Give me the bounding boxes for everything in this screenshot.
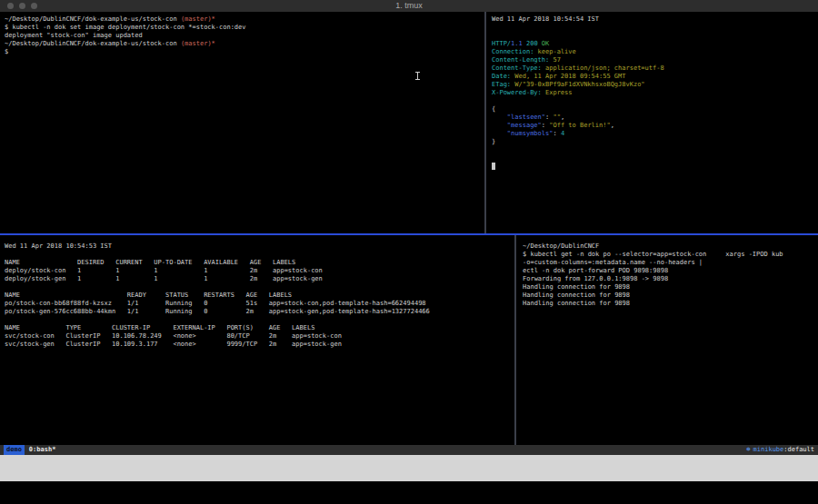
terminal-line: ectl -n dok port-forward POD 9898:9898 <box>523 267 818 275</box>
terminal-line: "lastseen": "", <box>492 114 818 122</box>
text-segment: 1.1 <box>511 40 523 47</box>
pane-kubectl-resources[interactable]: Wed 11 Apr 2018 10:54:53 ISTNAME DESIRED… <box>0 235 519 452</box>
text-segment: Express <box>542 89 573 96</box>
text-segment: deploy/stock-gen 1 1 1 1 2m app=stock-ge… <box>5 275 323 282</box>
terminal-line: Handling connection for 9898 <box>523 292 818 300</box>
text-segment: W/"39-0xBPf9aF1dXVNkhsxoBQgJ8vKzo" <box>511 81 645 88</box>
kube-namespace-label: :default <box>783 445 814 455</box>
terminal-line: "message": "Off to Berlin!", <box>492 122 818 130</box>
mouse-cursor-icon <box>417 72 418 80</box>
pane-http-response[interactable]: Wed 11 Apr 2018 10:54:54 ISTHTTP/1.1 200… <box>488 12 818 237</box>
status-right: ☸ minikube:default <box>746 445 814 455</box>
terminal-line <box>492 97 818 105</box>
terminal-line: svc/stock-gen ClusterIP 10.109.3.177 <no… <box>5 341 519 349</box>
text-segment: OK <box>538 40 550 47</box>
terminal-line <box>5 251 519 259</box>
terminal-line <box>5 283 519 292</box>
terminal-line <box>492 163 818 171</box>
terminal-line: Connection: keep-alive <box>492 48 818 56</box>
text-segment: HTTP/ <box>492 40 511 47</box>
terminal-line: ~/Desktop/DublinCNCF/dok-example-us/stoc… <box>5 40 489 48</box>
terminal-line: NAME DESIRED CURRENT UP-TO-DATE AVAILABL… <box>5 259 519 267</box>
text-segment: keep-alive <box>534 48 575 55</box>
terminal-line <box>492 32 818 40</box>
text-segment: Handling connection for 9898 <box>523 283 630 291</box>
text-segment: Date: <box>492 73 511 80</box>
terminal-line: deployment "stock-con" image updated <box>5 32 489 40</box>
text-segment <box>492 130 507 137</box>
text-segment: ectl -n dok port-forward POD 9898:9898 <box>523 267 668 274</box>
text-segment: Handling connection for 9898 <box>523 292 630 299</box>
terminal-line: Handling connection for 9898 <box>523 283 818 292</box>
text-segment: Content-Type: <box>492 64 542 72</box>
terminal-line: $ kubectl -n dok set image deployment/st… <box>5 24 489 32</box>
terminal-line: $ <box>5 48 489 56</box>
text-segment: (master)* <box>181 40 215 47</box>
terminal-line: svc/stock-con ClusterIP 10.106.78.249 <n… <box>5 332 519 341</box>
terminal-line: po/stock-gen-576cc688bb-44kmn 1/1 Runnin… <box>5 308 519 316</box>
terminal-line: "numsymbols": 4 <box>492 130 818 138</box>
status-left: demo 0:bash* <box>4 445 55 455</box>
text-segment: 57 <box>549 56 561 64</box>
text-segment: $ <box>5 48 8 55</box>
terminal-window: 1. tmux ~/Desktop/DublinCNCF/dok-example… <box>0 0 818 455</box>
pane-shell-set-image[interactable]: ~/Desktop/DublinCNCF/dok-example-us/stoc… <box>0 12 489 237</box>
desktop-strip <box>0 455 818 481</box>
text-segment: NAME DESIRED CURRENT UP-TO-DATE AVAILABL… <box>5 259 295 266</box>
terminal-line: HTTP/1.1 200 OK <box>492 40 818 48</box>
tmux-status-bar: demo 0:bash* ☸ minikube:default <box>0 445 818 455</box>
text-segment: X-Powered-By: <box>492 89 542 96</box>
text-segment: po/stock-con-bb68f88fd-kzsxz 1/1 Running… <box>5 300 426 307</box>
text-segment <box>492 122 507 129</box>
pane-divider-vertical-top[interactable] <box>484 12 486 233</box>
text-segment: ETag: <box>492 81 511 88</box>
text-segment: (master)* <box>181 15 215 23</box>
text-segment: "message" <box>507 122 542 129</box>
terminal-line: Wed 11 Apr 2018 10:54:54 IST <box>492 15 818 24</box>
text-segment: NAME READY STATUS RESTARTS AGE LABELS <box>5 292 292 299</box>
text-segment: 200 <box>526 40 538 47</box>
text-segment: "lastseen" <box>507 114 545 121</box>
terminal-cursor <box>492 163 495 170</box>
text-segment: $ kubectl get -n dok po --selector=app=s… <box>523 251 783 258</box>
text-segment: application/json; charset=utf-8 <box>542 64 664 72</box>
terminal-line: -o=custom-columns=:metadata.name --no-he… <box>523 259 818 267</box>
terminal-line: deploy/stock-gen 1 1 1 1 2m app=stock-ge… <box>5 275 519 283</box>
window-title: 1. tmux <box>0 0 818 12</box>
kubernetes-icon: ☸ <box>746 445 750 455</box>
terminal-line: X-Powered-By: Express <box>492 89 818 97</box>
text-segment: ~/Desktop/DublinCNCF/dok-example-us/stoc… <box>5 40 181 47</box>
terminal-line: NAME TYPE CLUSTER-IP EXTERNAL-IP PORT(S)… <box>5 324 519 332</box>
text-segment: Content-Length: <box>492 56 549 64</box>
pane-port-forward[interactable]: ~/Desktop/DublinCNCF$ kubectl get -n dok… <box>518 235 818 452</box>
terminal-line: ETag: W/"39-0xBPf9aF1dXVNkhsxoBQgJ8vKzo" <box>492 81 818 89</box>
terminal-line <box>492 154 818 163</box>
pane-divider-vertical-bottom[interactable] <box>514 235 516 445</box>
text-segment: 4 <box>561 130 564 137</box>
window-titlebar[interactable]: 1. tmux <box>0 0 818 13</box>
terminal-line: $ kubectl get -n dok po --selector=app=s… <box>523 251 818 259</box>
text-segment: "numsymbols" <box>507 130 554 137</box>
text-segment: Wed, 11 Apr 2018 09:54:55 GMT <box>511 73 625 80</box>
terminal-line <box>492 24 818 32</box>
terminal-line: { <box>492 105 818 114</box>
active-window-label[interactable]: 0:bash* <box>29 445 56 455</box>
text-segment: svc/stock-gen ClusterIP 10.109.3.177 <no… <box>5 341 342 348</box>
terminal-line: NAME READY STATUS RESTARTS AGE LABELS <box>5 292 519 300</box>
text-segment: po/stock-gen-576cc688bb-44kmn 1/1 Runnin… <box>5 308 430 315</box>
terminal-line: Content-Length: 57 <box>492 56 818 64</box>
text-segment: : <box>542 122 549 129</box>
terminal-line: } <box>492 138 818 146</box>
terminal-line: ~/Desktop/DublinCNCF <box>523 242 818 251</box>
text-segment: Forwarding from 127.0.0.1:9898 -> 9898 <box>523 275 668 282</box>
text-segment <box>492 114 507 121</box>
tmux-terminal: ~/Desktop/DublinCNCF/dok-example-us/stoc… <box>0 12 818 445</box>
text-segment: deploy/stock-con 1 1 1 1 2m app=stock-co… <box>5 267 323 274</box>
text-segment: NAME TYPE CLUSTER-IP EXTERNAL-IP PORT(S)… <box>5 324 314 331</box>
text-segment: } <box>492 138 495 145</box>
text-segment: , <box>561 114 564 121</box>
terminal-line: deploy/stock-con 1 1 1 1 2m app=stock-co… <box>5 267 519 275</box>
text-segment: "Off to Berlin!" <box>549 122 610 129</box>
text-segment: { <box>492 105 495 113</box>
pane-divider-horizontal[interactable] <box>0 233 818 235</box>
